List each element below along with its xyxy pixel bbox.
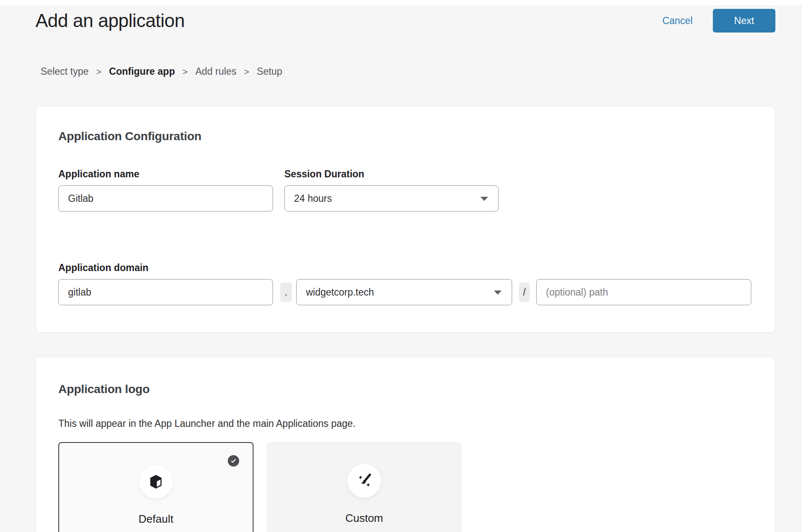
application-logo-card: Application logo This will appear in the… bbox=[35, 357, 775, 532]
page-header: Add an application Cancel Next bbox=[0, 5, 802, 35]
logo-option-label: Default bbox=[139, 513, 173, 526]
logo-option-custom[interactable]: Custom bbox=[267, 442, 462, 532]
application-logo-heading: Application logo bbox=[58, 383, 753, 396]
check-icon bbox=[230, 458, 237, 464]
logo-option-default[interactable]: Default bbox=[58, 442, 254, 532]
next-button[interactable]: Next bbox=[713, 9, 775, 33]
breadcrumb-separator: > bbox=[183, 67, 188, 77]
chevron-down-icon bbox=[480, 197, 488, 201]
session-duration-field-group: Session Duration 24 hours bbox=[284, 168, 499, 212]
breadcrumb: Select type > Configure app > Add rules … bbox=[41, 66, 802, 77]
dot-separator: . bbox=[280, 282, 292, 302]
application-configuration-card: Application Configuration Application na… bbox=[35, 106, 775, 333]
session-duration-value: 24 hours bbox=[294, 193, 332, 204]
application-domain-row: . widgetcorp.tech / bbox=[58, 274, 753, 305]
custom-logo-circle bbox=[347, 464, 381, 498]
application-name-field-group: Application name bbox=[58, 168, 273, 212]
breadcrumb-separator: > bbox=[244, 67, 249, 77]
breadcrumb-step-setup[interactable]: Setup bbox=[257, 66, 282, 77]
breadcrumb-step-select-type[interactable]: Select type bbox=[41, 66, 89, 77]
header-actions: Cancel Next bbox=[662, 9, 775, 33]
slash-separator: / bbox=[519, 282, 530, 302]
page-title: Add an application bbox=[35, 10, 185, 31]
logo-options: Default Custom bbox=[58, 442, 753, 532]
subdomain-input[interactable] bbox=[58, 279, 273, 305]
paintbrush-icon bbox=[355, 472, 373, 490]
application-name-label: Application name bbox=[58, 168, 273, 180]
domain-select[interactable]: widgetcorp.tech bbox=[296, 279, 512, 305]
selected-check-badge bbox=[228, 455, 239, 467]
session-duration-select[interactable]: 24 hours bbox=[284, 185, 499, 212]
cancel-button[interactable]: Cancel bbox=[662, 15, 693, 27]
chevron-down-icon bbox=[494, 290, 502, 295]
top-white-strip bbox=[0, 0, 802, 5]
breadcrumb-separator: > bbox=[96, 67, 101, 77]
application-logo-description: This will appear in the App Launcher and… bbox=[58, 418, 753, 429]
session-duration-label: Session Duration bbox=[284, 168, 499, 180]
breadcrumb-step-configure-app[interactable]: Configure app bbox=[109, 66, 175, 77]
name-duration-row: Application name Session Duration 24 hou… bbox=[58, 168, 753, 212]
application-configuration-heading: Application Configuration bbox=[58, 130, 753, 143]
application-domain-label: Application domain bbox=[58, 262, 753, 274]
default-logo-circle bbox=[139, 465, 173, 499]
path-input[interactable] bbox=[536, 279, 751, 305]
logo-option-label: Custom bbox=[345, 512, 383, 525]
domain-select-value: widgetcorp.tech bbox=[306, 287, 374, 298]
cube-icon bbox=[147, 473, 164, 490]
breadcrumb-step-add-rules[interactable]: Add rules bbox=[195, 66, 236, 77]
application-name-input[interactable] bbox=[58, 185, 273, 212]
